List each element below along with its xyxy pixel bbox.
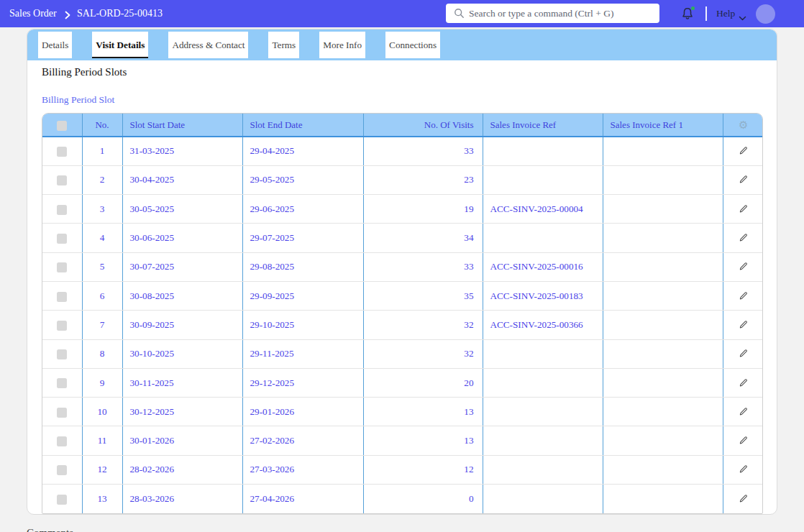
no-of-visits-cell[interactable]: 12: [363, 455, 483, 484]
row-checkbox[interactable]: [57, 465, 67, 475]
no-of-visits-cell[interactable]: 32: [363, 339, 483, 368]
slot-start-date-cell[interactable]: 30-10-2025: [122, 339, 242, 368]
slot-start-date-cell[interactable]: 28-02-2026: [122, 455, 242, 484]
tab-terms[interactable]: Terms: [268, 32, 299, 58]
edit-row-button[interactable]: [739, 492, 748, 506]
no-of-visits-cell[interactable]: 20: [363, 368, 483, 397]
edit-row-button[interactable]: [739, 289, 748, 303]
sales-invoice-ref-1-cell[interactable]: [603, 224, 723, 252]
row-checkbox[interactable]: [57, 292, 67, 302]
no-of-visits-cell[interactable]: 0: [363, 485, 483, 513]
tab-address-contact[interactable]: Address & Contact: [168, 32, 248, 58]
slot-end-date-cell[interactable]: 29-12-2025: [242, 368, 363, 397]
global-search[interactable]: [446, 4, 659, 23]
sales-invoice-ref-cell[interactable]: ACC-SINV-2025-00366: [483, 311, 603, 339]
row-checkbox[interactable]: [57, 495, 67, 505]
slot-end-date-cell[interactable]: 29-01-2026: [242, 398, 363, 426]
col-header-slot-end-date[interactable]: Slot End Date: [242, 114, 363, 137]
sales-invoice-ref-1-cell[interactable]: [603, 398, 723, 426]
row-checkbox[interactable]: [57, 378, 67, 388]
sales-invoice-ref-cell[interactable]: [483, 224, 603, 252]
no-of-visits-cell[interactable]: 23: [363, 165, 483, 194]
slot-start-date-cell[interactable]: 30-09-2025: [122, 311, 242, 339]
sales-invoice-ref-cell[interactable]: [483, 426, 603, 455]
row-checkbox[interactable]: [57, 147, 67, 157]
sales-invoice-ref-cell[interactable]: [483, 165, 603, 194]
row-number-link[interactable]: 11: [98, 435, 107, 446]
sales-invoice-ref-1-cell[interactable]: [603, 165, 723, 194]
row-checkbox[interactable]: [57, 321, 67, 331]
no-of-visits-cell[interactable]: 13: [363, 426, 483, 455]
sales-invoice-ref-1-cell[interactable]: [603, 195, 723, 224]
slot-start-date-cell[interactable]: 30-04-2025: [122, 165, 242, 194]
sales-invoice-ref-cell[interactable]: [483, 368, 603, 397]
no-of-visits-cell[interactable]: 35: [363, 281, 483, 310]
no-of-visits-cell[interactable]: 19: [363, 195, 483, 224]
edit-row-button[interactable]: [739, 231, 748, 245]
edit-row-button[interactable]: [739, 347, 748, 361]
row-number-link[interactable]: 10: [97, 406, 106, 417]
slot-end-date-cell[interactable]: 29-10-2025: [242, 311, 363, 339]
tab-details[interactable]: Details: [38, 32, 72, 58]
tab-more-info[interactable]: More Info: [319, 32, 365, 58]
sales-invoice-ref-1-cell[interactable]: [603, 137, 723, 165]
help-menu[interactable]: Help: [716, 0, 735, 27]
edit-row-button[interactable]: [739, 173, 748, 187]
sales-invoice-ref-1-cell[interactable]: [603, 281, 723, 310]
col-header-sales-invoice-ref[interactable]: Sales Invoice Ref: [483, 114, 603, 137]
sales-invoice-ref-cell[interactable]: [483, 137, 603, 165]
edit-row-button[interactable]: [739, 144, 748, 158]
slot-start-date-cell[interactable]: 30-01-2026: [122, 426, 242, 455]
edit-row-button[interactable]: [739, 318, 748, 332]
row-checkbox[interactable]: [57, 262, 67, 272]
row-number-link[interactable]: 8: [100, 348, 105, 359]
slot-end-date-cell[interactable]: 29-06-2025: [242, 195, 363, 224]
slot-end-date-cell[interactable]: 27-04-2026: [242, 485, 363, 513]
sales-invoice-ref-link[interactable]: ACC-SINV-2025-00366: [490, 319, 583, 330]
sales-invoice-ref-link[interactable]: ACC-SINV-2025-00004: [490, 203, 583, 214]
no-of-visits-cell[interactable]: 32: [363, 311, 483, 339]
row-number-link[interactable]: 12: [97, 464, 106, 474]
slot-end-date-cell[interactable]: 29-11-2025: [242, 339, 363, 368]
sales-invoice-ref-link[interactable]: ACC-SINV-2025-00016: [490, 261, 583, 272]
grid-settings-gear-icon[interactable]: ⚙: [739, 119, 748, 132]
tab-visit-details[interactable]: Visit Details: [92, 32, 148, 58]
sales-invoice-ref-cell[interactable]: [483, 485, 603, 513]
slot-start-date-cell[interactable]: 30-05-2025: [122, 195, 242, 224]
col-header-no[interactable]: No.: [82, 114, 122, 137]
slot-end-date-cell[interactable]: 29-07-2025: [242, 224, 363, 252]
col-header-slot-start-date[interactable]: Slot Start Date: [122, 114, 242, 137]
edit-row-button[interactable]: [739, 260, 748, 274]
edit-row-button[interactable]: [739, 462, 748, 477]
edit-row-button[interactable]: [739, 434, 748, 448]
row-number-link[interactable]: 13: [97, 493, 106, 504]
slot-start-date-cell[interactable]: 31-03-2025: [122, 137, 242, 165]
sales-invoice-ref-1-cell[interactable]: [603, 455, 723, 484]
row-number-link[interactable]: 2: [100, 174, 105, 185]
tab-connections[interactable]: Connections: [385, 32, 440, 58]
slot-end-date-cell[interactable]: 29-08-2025: [242, 252, 363, 281]
row-number-link[interactable]: 3: [100, 203, 105, 214]
row-number-link[interactable]: 1: [100, 145, 105, 156]
sales-invoice-ref-1-cell[interactable]: [603, 368, 723, 397]
row-number-link[interactable]: 9: [100, 377, 105, 388]
row-number-link[interactable]: 5: [100, 261, 105, 272]
sales-invoice-ref-cell[interactable]: ACC-SINV-2025-00004: [483, 195, 603, 224]
row-checkbox[interactable]: [57, 175, 67, 185]
sales-invoice-ref-1-cell[interactable]: [603, 426, 723, 455]
slot-end-date-cell[interactable]: 29-09-2025: [242, 281, 363, 310]
select-all-checkbox[interactable]: [57, 121, 67, 131]
row-checkbox[interactable]: [57, 349, 67, 359]
slot-start-date-cell[interactable]: 30-06-2025: [122, 224, 242, 252]
search-input[interactable]: [469, 4, 654, 23]
breadcrumb-document-id[interactable]: SAL-ORD-25-00413: [77, 0, 163, 27]
no-of-visits-cell[interactable]: 33: [363, 137, 483, 165]
sales-invoice-ref-cell[interactable]: [483, 339, 603, 368]
notifications-button[interactable]: [681, 7, 694, 20]
no-of-visits-cell[interactable]: 33: [363, 252, 483, 281]
slot-start-date-cell[interactable]: 30-07-2025: [122, 252, 242, 281]
edit-row-button[interactable]: [739, 376, 748, 390]
row-checkbox[interactable]: [57, 436, 67, 446]
slot-end-date-cell[interactable]: 27-03-2026: [242, 455, 363, 484]
slot-start-date-cell[interactable]: 28-03-2026: [122, 485, 242, 513]
